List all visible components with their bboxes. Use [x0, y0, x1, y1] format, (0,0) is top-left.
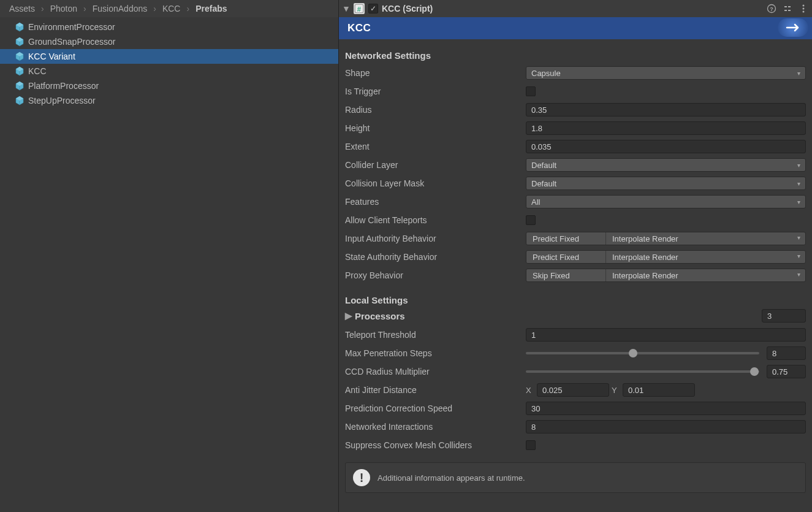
- vec-label-y: Y: [612, 386, 620, 395]
- section-networked-settings: Networked Settings: [345, 50, 806, 61]
- breadcrumb-sep: ›: [153, 4, 156, 13]
- script-icon: #: [354, 3, 365, 14]
- breadcrumb[interactable]: Assets › Photon › FusionAddons › KCC › P…: [0, 0, 338, 17]
- input-anti-jitter-x[interactable]: 0.025: [537, 383, 609, 397]
- prop-state-authority: State Authority Behavior Predict Fixed I…: [345, 248, 806, 266]
- prop-ccd-multiplier: CCD Radius Multiplier 0.75: [345, 363, 806, 380]
- prop-features: Features All: [345, 193, 806, 210]
- dropdown-input-authority[interactable]: Predict Fixed Interpolate Render: [526, 232, 806, 245]
- label-radius: Radius: [345, 105, 526, 115]
- breadcrumb-sep: ›: [186, 4, 189, 13]
- networked-badge-icon: [778, 18, 808, 37]
- label-height: Height: [345, 123, 526, 133]
- asset-label: KCC: [28, 66, 47, 76]
- prop-suppress-convex: Suppress Convex Mesh Colliders: [345, 437, 806, 454]
- breadcrumb-item[interactable]: Photon: [50, 4, 77, 13]
- breadcrumb-sep: ›: [41, 4, 44, 13]
- breadcrumb-item[interactable]: KCC: [162, 4, 181, 13]
- header-icons: ?: [767, 4, 808, 13]
- prop-extent: Extent 0.035: [345, 138, 806, 155]
- prop-proxy-behavior: Proxy Behavior Skip Fixed Interpolate Re…: [345, 267, 806, 284]
- input-networked-interactions[interactable]: 8: [526, 420, 806, 434]
- breadcrumb-item[interactable]: FusionAddons: [93, 4, 148, 13]
- asset-item[interactable]: KCC Variant: [0, 49, 338, 64]
- preset-icon[interactable]: [783, 4, 792, 13]
- asset-item[interactable]: PlatformProcessor: [0, 78, 338, 93]
- project-panel: Assets › Photon › FusionAddons › KCC › P…: [0, 0, 338, 512]
- prefab-icon: [15, 96, 25, 105]
- menu-icon[interactable]: [799, 4, 808, 13]
- label-processors: Processors: [355, 311, 405, 321]
- processors-foldout[interactable]: ▶ Processors: [345, 311, 405, 321]
- label-input-authority: Input Authority Behavior: [345, 234, 526, 243]
- prop-anti-jitter: Anti Jitter Distance X 0.025 Y 0.01: [345, 381, 806, 399]
- label-prediction-correction: Prediction Correction Speed: [345, 403, 526, 413]
- label-extent: Extent: [345, 142, 526, 151]
- dropdown-seg: Predict Fixed: [526, 251, 606, 263]
- input-ccd-multiplier[interactable]: 0.75: [767, 365, 806, 378]
- slider-max-penetration[interactable]: [526, 346, 759, 360]
- dropdown-seg: Predict Fixed: [526, 232, 606, 245]
- component-banner: KCC: [339, 17, 812, 39]
- label-suppress-convex: Suppress Convex Mesh Colliders: [345, 440, 526, 450]
- component-title: KCC (Script): [382, 4, 763, 13]
- asset-item[interactable]: KCC: [0, 64, 338, 78]
- asset-item[interactable]: GroundSnapProcessor: [0, 34, 338, 49]
- asset-label: PlatformProcessor: [28, 81, 99, 91]
- prefab-icon: [15, 66, 25, 76]
- label-features: Features: [345, 197, 526, 207]
- help-icon[interactable]: ?: [767, 4, 776, 13]
- asset-list: EnvironmentProcessorGroundSnapProcessorK…: [0, 17, 338, 512]
- input-max-penetration[interactable]: 8: [767, 346, 806, 360]
- checkbox-allow-teleports[interactable]: [526, 215, 536, 225]
- dropdown-proxy-behavior[interactable]: Skip Fixed Interpolate Render: [526, 269, 806, 282]
- vec-label-x: X: [526, 386, 534, 395]
- input-anti-jitter-y[interactable]: 0.01: [623, 383, 695, 397]
- foldout-arrow-icon: ▶: [345, 312, 352, 319]
- label-collider-layer: Collider Layer: [345, 160, 526, 170]
- info-icon: !: [353, 469, 370, 486]
- dropdown-state-authority[interactable]: Predict Fixed Interpolate Render: [526, 250, 806, 264]
- dropdown-collider-layer[interactable]: Default: [526, 158, 806, 172]
- label-state-authority: State Authority Behavior: [345, 252, 526, 262]
- prop-teleport-threshold: Teleport Threshold 1: [345, 326, 806, 343]
- component-enabled-checkbox[interactable]: [368, 4, 378, 13]
- input-extent[interactable]: 0.035: [526, 140, 806, 153]
- prefab-icon: [15, 52, 25, 61]
- prop-networked-interactions: Networked Interactions 8: [345, 418, 806, 435]
- dropdown-collision-mask[interactable]: Default: [526, 177, 806, 190]
- dropdown-seg: Interpolate Render: [606, 251, 805, 263]
- dropdown-shape[interactable]: Capsule: [526, 66, 806, 80]
- dropdown-seg: Interpolate Render: [606, 232, 805, 245]
- dropdown-seg: Skip Fixed: [526, 269, 606, 281]
- slider-ccd-multiplier[interactable]: [526, 365, 759, 378]
- checkbox-suppress-convex[interactable]: [526, 440, 536, 450]
- vector2-anti-jitter: X 0.025 Y 0.01: [526, 383, 806, 397]
- asset-item[interactable]: EnvironmentProcessor: [0, 20, 338, 34]
- prop-radius: Radius 0.35: [345, 101, 806, 118]
- breadcrumb-item-current[interactable]: Prefabs: [195, 4, 227, 13]
- prefab-icon: [15, 37, 25, 47]
- checkbox-is-trigger[interactable]: [526, 86, 536, 96]
- input-prediction-correction[interactable]: 30: [526, 402, 806, 415]
- asset-item[interactable]: StepUpProcessor: [0, 93, 338, 108]
- input-teleport-threshold[interactable]: 1: [526, 328, 806, 342]
- label-max-penetration: Max Penetration Steps: [345, 348, 526, 358]
- prop-input-authority: Input Authority Behavior Predict Fixed I…: [345, 230, 806, 247]
- label-ccd-multiplier: CCD Radius Multiplier: [345, 367, 526, 376]
- prefab-icon: [15, 22, 25, 32]
- prop-shape: Shape Capsule: [345, 64, 806, 82]
- dropdown-seg: Interpolate Render: [606, 269, 805, 281]
- info-box: ! Additional information appears at runt…: [345, 462, 806, 493]
- input-processors-count[interactable]: 3: [762, 309, 806, 323]
- prefab-icon: [15, 81, 25, 91]
- breadcrumb-item[interactable]: Assets: [9, 4, 35, 13]
- dropdown-features[interactable]: All: [526, 195, 806, 208]
- input-radius[interactable]: 0.35: [526, 103, 806, 117]
- svg-point-4: [803, 5, 805, 7]
- input-height[interactable]: 1.8: [526, 121, 806, 135]
- foldout-arrow-icon[interactable]: ▼: [343, 5, 350, 12]
- label-is-trigger: Is Trigger: [345, 86, 526, 96]
- component-header[interactable]: ▼ # KCC (Script) ?: [339, 0, 812, 17]
- asset-label: KCC Variant: [28, 52, 75, 61]
